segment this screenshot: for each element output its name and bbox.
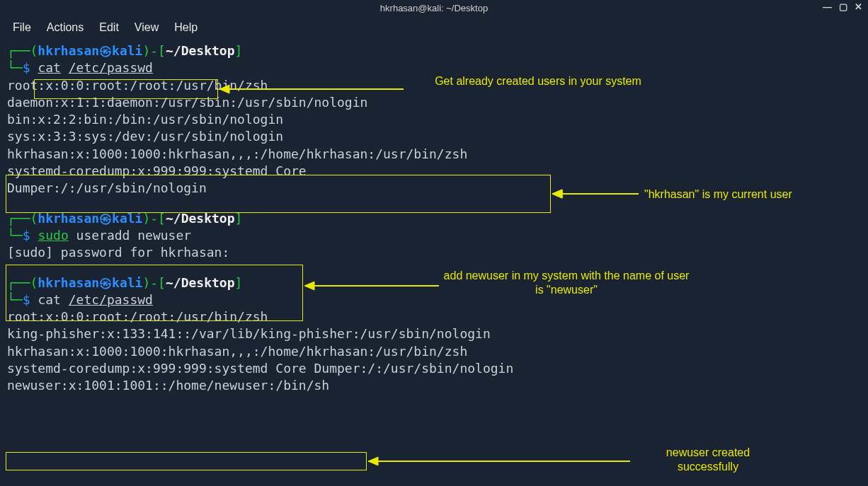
close-icon[interactable]: ✕ xyxy=(855,1,862,12)
terminal[interactable]: ┌──(hkrhasan㉿kali)-[~/Desktop] └─$ cat /… xyxy=(0,42,868,395)
prompt-path: ~/Desktop xyxy=(166,43,235,58)
prompt-host: kali xyxy=(112,43,142,58)
prompt-line: ┌──(hkrhasan㉿kali)-[~/Desktop] xyxy=(7,42,861,59)
window-controls: — ▢ ✕ xyxy=(823,1,862,12)
skull-icon: ㉿ xyxy=(99,275,112,290)
prompt-line: ┌──(hkrhasan㉿kali)-[~/Desktop] xyxy=(7,210,861,227)
annotation-4: newuser created successfully xyxy=(637,446,779,474)
output-line: bin:x:2:2:bin:/bin:/usr/sbin/nologin xyxy=(7,111,861,128)
menubar: File Actions Edit View Help xyxy=(0,16,868,42)
window-titlebar: hkrhasan@kali: ~/Desktop — ▢ ✕ xyxy=(0,0,868,16)
menu-actions[interactable]: Actions xyxy=(47,21,84,34)
output-line: systemd-coredump:x:999:999:systemd Core … xyxy=(7,163,474,197)
menu-help[interactable]: Help xyxy=(174,21,198,34)
maximize-icon[interactable]: ▢ xyxy=(839,1,847,12)
highlight-box-newuser xyxy=(6,452,367,470)
skull-icon: ㉿ xyxy=(99,211,112,226)
command-line-3: └─$ cat /etc/passwd xyxy=(7,291,861,308)
skull-icon: ㉿ xyxy=(99,43,112,58)
sudo-password-prompt: [sudo] password for hkrhasan: xyxy=(7,244,861,261)
menu-view[interactable]: View xyxy=(135,21,159,34)
window-title: hkrhasan@kali: ~/Desktop xyxy=(380,3,488,13)
svg-marker-10 xyxy=(368,457,378,465)
command-line-1: └─$ cat /etc/passwd xyxy=(7,59,861,76)
output-line: king-phisher:x:133:141::/var/lib/king-ph… xyxy=(7,325,861,342)
command-line-2: └─$ sudo useradd newuser xyxy=(7,227,861,244)
prompt-user: hkrhasan xyxy=(38,43,99,58)
output-line: sys:x:3:3:sys:/dev:/usr/sbin/nologin xyxy=(7,128,861,145)
output-line: systemd-coredump:x:999:999:systemd Core … xyxy=(7,360,861,377)
output-highlight-newuser: newuser:x:1001:1001::/home/newuser:/bin/… xyxy=(7,377,861,394)
output-line: hkrhasan:x:1000:1000:hkrhasan,,,:/home/h… xyxy=(7,343,861,360)
arrow-4 xyxy=(368,456,637,470)
output-line: root:x:0:0:root:/root:/usr/bin/zsh xyxy=(7,77,861,94)
menu-file[interactable]: File xyxy=(13,21,31,34)
output-highlight-user: hkrhasan:x:1000:1000:hkrhasan,,,:/home/h… xyxy=(7,146,545,163)
minimize-icon[interactable]: — xyxy=(823,1,832,12)
menu-edit[interactable]: Edit xyxy=(99,21,119,34)
output-line: daemon:x:1:1:daemon:/usr/sbin:/usr/sbin/… xyxy=(7,94,861,111)
output-line: root:x:0:0:root:/root:/usr/bin/zsh xyxy=(7,308,861,325)
prompt-line: ┌──(hkrhasan㉿kali)-[~/Desktop] xyxy=(7,274,861,291)
